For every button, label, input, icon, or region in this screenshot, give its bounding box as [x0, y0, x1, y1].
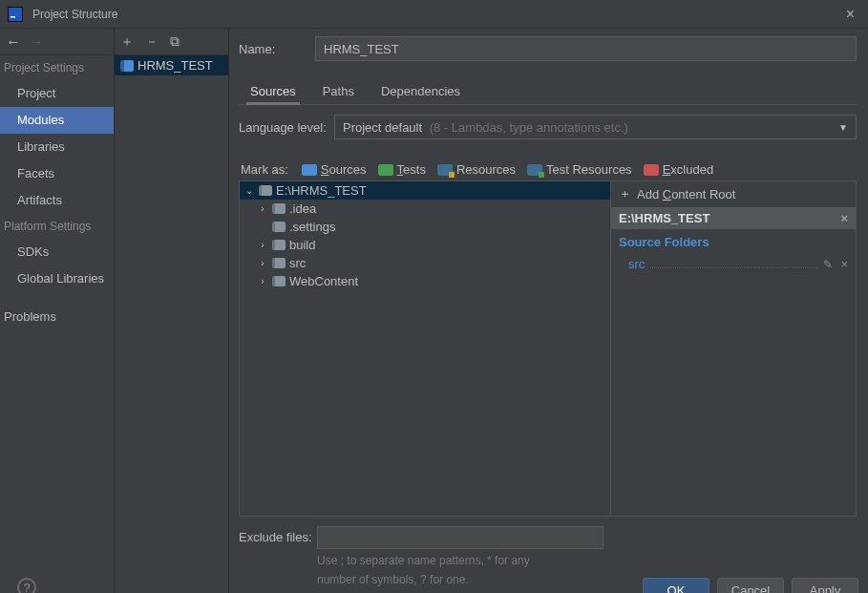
copy-module-icon[interactable]: ⧉: [170, 33, 180, 50]
tree-root-label: E:\HRMS_TEST: [276, 183, 367, 198]
tree-item-idea[interactable]: › .idea: [240, 200, 610, 218]
tree-item-settings[interactable]: › .settings: [240, 218, 610, 236]
remove-icon[interactable]: ×: [840, 257, 848, 271]
module-name-input[interactable]: [315, 36, 857, 61]
module-entry-label: HRMS_TEST: [138, 58, 213, 73]
title-bar: Project Structure ×: [0, 0, 868, 29]
folder-icon: [272, 258, 286, 268]
source-folder-label: src: [628, 257, 645, 271]
ok-button[interactable]: OK: [643, 578, 709, 593]
chevron-down-icon[interactable]: ⌄: [243, 185, 255, 196]
cancel-button[interactable]: Cancel: [717, 578, 784, 593]
remove-module-icon[interactable]: －: [145, 33, 159, 51]
tab-paths[interactable]: Paths: [319, 78, 358, 104]
tests-folder-icon: [378, 164, 393, 176]
apply-button[interactable]: Apply: [792, 578, 858, 593]
content-root-item[interactable]: E:\HRMS_TEST ×: [611, 207, 856, 229]
language-level-hint: (8 - Lambdas, type annotations etc.): [430, 120, 628, 135]
content-root-tree[interactable]: ⌄ E:\HRMS_TEST › .idea › .settings ›: [239, 180, 611, 517]
settings-sidebar: ← → Project Settings Project Modules Lib…: [0, 29, 115, 593]
svg-rect-0: [11, 16, 15, 18]
remove-content-root-icon[interactable]: ×: [840, 211, 848, 225]
chevron-right-icon[interactable]: ›: [257, 240, 268, 250]
chevron-down-icon: ▼: [838, 122, 848, 133]
add-module-icon[interactable]: ＋: [120, 33, 134, 51]
help-icon[interactable]: ?: [17, 578, 36, 593]
mark-resources[interactable]: Resources: [437, 162, 516, 177]
language-level-value: Project default: [343, 120, 422, 135]
app-icon: [8, 7, 23, 22]
name-label: Name:: [239, 42, 315, 56]
tree-root[interactable]: ⌄ E:\HRMS_TEST: [240, 181, 610, 200]
sources-folder-icon: [302, 164, 317, 176]
dialog-buttons: OK Cancel Apply: [643, 578, 858, 593]
nav-arrows: ← →: [0, 29, 114, 55]
section-project-settings: Project Settings: [0, 55, 114, 80]
tree-item-src[interactable]: › src: [240, 254, 610, 272]
mark-as-label: Mark as:: [241, 162, 288, 177]
source-folders-heading: Source Folders: [611, 229, 856, 255]
exclude-files-input[interactable]: [317, 526, 603, 549]
mark-test-resources[interactable]: Test Resources: [527, 162, 632, 177]
module-entry-hrms-test[interactable]: HRMS_TEST: [115, 55, 228, 75]
module-editor: Name: Sources Paths Dependencies Languag…: [229, 29, 868, 593]
sidebar-item-sdks[interactable]: SDKs: [0, 239, 114, 265]
sidebar-item-libraries[interactable]: Libraries: [0, 134, 114, 160]
tab-dependencies[interactable]: Dependencies: [377, 78, 464, 104]
module-tabs: Sources Paths Dependencies: [239, 78, 857, 105]
sidebar-item-facets[interactable]: Facets: [0, 160, 114, 187]
exclude-files-label: Exclude files:: [239, 526, 317, 544]
nav-forward-icon[interactable]: →: [29, 33, 44, 51]
test-resources-folder-icon: [527, 164, 542, 176]
module-list-column: ＋ － ⧉ HRMS_TEST: [115, 29, 229, 593]
chevron-right-icon[interactable]: ›: [257, 276, 268, 286]
content-roots-panel: ＋ Add Content RootAdd Content Root E:\HR…: [611, 180, 857, 517]
folder-icon: [259, 185, 272, 196]
language-level-label: Language level:: [239, 120, 334, 135]
module-icon: [120, 60, 134, 72]
nav-back-icon[interactable]: ←: [6, 33, 21, 51]
plus-icon: ＋: [619, 185, 631, 202]
folder-icon: [272, 240, 286, 250]
language-level-select[interactable]: Project default (8 - Lambdas, type annot…: [334, 115, 857, 139]
sidebar-item-project[interactable]: Project: [0, 80, 114, 107]
excluded-folder-icon: [644, 164, 659, 176]
mark-tests[interactable]: TTestsests: [378, 162, 426, 177]
module-toolbar: ＋ － ⧉: [115, 29, 228, 55]
mark-sources[interactable]: SSourcesources: [302, 162, 367, 177]
mark-as-row: Mark as: SSourcesources TTestsests Resou…: [239, 162, 857, 177]
section-platform-settings: Platform Settings: [0, 214, 114, 239]
exclude-hint-1: Use ; to separate name patterns, * for a…: [317, 553, 603, 568]
sidebar-item-global-libraries[interactable]: Global Libraries: [0, 265, 114, 292]
close-icon[interactable]: ×: [840, 6, 860, 23]
mark-excluded[interactable]: EExcludedxcluded: [644, 162, 713, 177]
tree-item-webcontent[interactable]: › WebContent: [240, 272, 610, 290]
sidebar-item-modules[interactable]: Modules: [0, 107, 114, 134]
resources-folder-icon: [437, 164, 453, 176]
folder-icon: [272, 203, 286, 214]
edit-icon[interactable]: ✎: [823, 258, 833, 271]
folder-icon: [272, 222, 286, 232]
exclude-hint-2: number of symbols, ? for one.: [317, 572, 603, 587]
content-root-label: E:\HRMS_TEST: [619, 211, 709, 225]
chevron-right-icon[interactable]: ›: [257, 258, 268, 268]
tab-sources[interactable]: Sources: [246, 78, 300, 104]
add-content-root-button[interactable]: ＋ Add Content RootAdd Content Root: [611, 181, 856, 207]
sidebar-item-artifacts[interactable]: Artifacts: [0, 187, 114, 214]
source-folder-item[interactable]: src ✎ ×: [611, 255, 856, 273]
tree-item-build[interactable]: › build: [240, 236, 610, 254]
sidebar-item-problems[interactable]: Problems: [0, 304, 114, 330]
folder-icon: [272, 276, 286, 286]
chevron-right-icon[interactable]: ›: [257, 203, 268, 214]
window-title: Project Structure: [32, 8, 840, 21]
